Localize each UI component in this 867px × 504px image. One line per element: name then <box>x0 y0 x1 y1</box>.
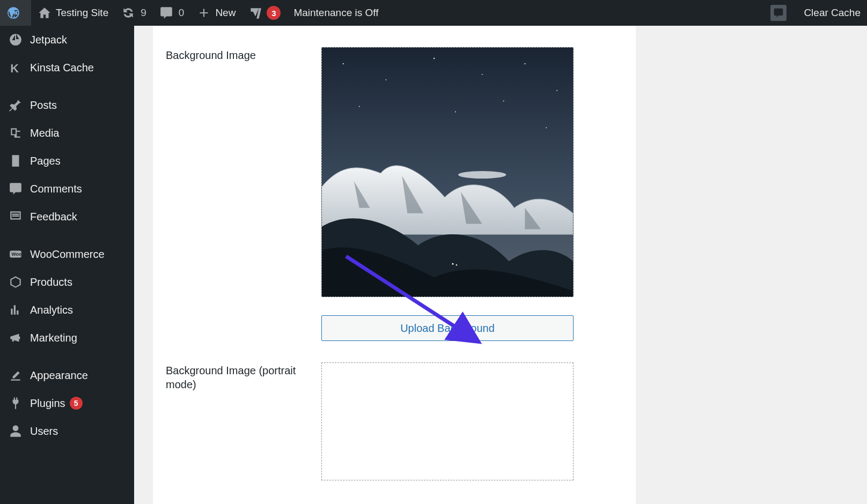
update-icon <box>121 6 135 20</box>
sidebar-item-label: Comments <box>30 183 82 195</box>
megaphone-icon <box>8 330 24 346</box>
sidebar-item-label: Plugins <box>30 397 65 410</box>
svg-point-14 <box>458 171 506 179</box>
new-label: New <box>215 7 236 19</box>
sidebar-item-label: WooCommerce <box>30 248 105 261</box>
background-image-portrait-preview[interactable] <box>321 362 574 480</box>
updates-menu[interactable]: 9 <box>115 0 153 26</box>
yoast-icon <box>248 6 262 20</box>
svg-point-5 <box>385 79 386 80</box>
wordpress-icon <box>6 6 20 20</box>
sidebar-item-label: Media <box>30 127 59 139</box>
background-image-label: Background Image <box>166 47 321 341</box>
menu-separator <box>0 81 134 91</box>
workspace: Background Image <box>134 26 867 504</box>
sidebar-item-feedback[interactable]: Feedback <box>0 203 134 231</box>
yoast-badge: 3 <box>267 6 281 20</box>
admin-sidebar: Jetpack K Kinsta Cache Posts Media Pages… <box>0 26 134 504</box>
kinsta-icon: K <box>8 60 24 76</box>
updates-count: 9 <box>141 7 146 19</box>
bars-icon <box>8 302 24 318</box>
notification-icon[interactable] <box>770 5 787 21</box>
sidebar-item-jetpack[interactable]: Jetpack <box>0 26 134 54</box>
brush-icon <box>8 367 24 383</box>
media-icon <box>8 125 24 141</box>
sidebar-item-label: Marketing <box>30 332 77 344</box>
svg-point-8 <box>524 63 525 64</box>
sidebar-item-label: Jetpack <box>30 34 67 46</box>
svg-point-13 <box>546 127 547 128</box>
background-image-portrait-field: Background Image (portrait mode) <box>166 362 623 480</box>
svg-point-9 <box>556 90 557 91</box>
svg-text:Woo: Woo <box>11 251 21 257</box>
sidebar-item-label: Kinsta Cache <box>30 62 94 74</box>
clear-cache-label: Clear Cache <box>804 7 861 19</box>
yoast-menu[interactable]: 3 <box>242 0 287 26</box>
feedback-icon <box>8 209 24 225</box>
vertical-scrollbar[interactable] <box>858 26 867 504</box>
wp-logo-menu[interactable] <box>0 0 31 26</box>
sidebar-item-users[interactable]: Users <box>0 417 134 445</box>
svg-text:K: K <box>10 62 19 75</box>
background-image-preview[interactable] <box>321 47 574 297</box>
menu-separator <box>0 352 134 361</box>
comments-menu[interactable]: 0 <box>153 0 191 26</box>
svg-point-12 <box>503 101 504 102</box>
woo-icon: Woo <box>8 246 24 262</box>
sidebar-item-plugins[interactable]: Plugins 5 <box>0 389 134 417</box>
plugins-update-badge: 5 <box>70 397 83 410</box>
sidebar-item-pages[interactable]: Pages <box>0 147 134 175</box>
sidebar-item-label: Users <box>30 425 58 438</box>
comment-icon <box>8 181 24 197</box>
sidebar-item-posts[interactable]: Posts <box>0 91 134 119</box>
admin-bar: Testing Site 9 0 New 3 Maintenance is Of… <box>0 0 867 26</box>
maintenance-toggle[interactable]: Maintenance is Off <box>287 0 385 26</box>
new-content-menu[interactable]: New <box>190 0 242 26</box>
site-name-menu[interactable]: Testing Site <box>31 0 115 26</box>
sidebar-item-woocommerce[interactable]: Woo WooCommerce <box>0 240 134 268</box>
plug-icon <box>8 395 24 411</box>
sidebar-item-products[interactable]: Products <box>0 268 134 296</box>
clear-cache-button[interactable]: Clear Cache <box>797 0 867 26</box>
sidebar-item-appearance[interactable]: Appearance <box>0 361 134 389</box>
background-image-field: Background Image <box>166 47 623 341</box>
sidebar-item-comments[interactable]: Comments <box>0 175 134 203</box>
sidebar-item-kinsta-cache[interactable]: K Kinsta Cache <box>0 54 134 81</box>
svg-point-7 <box>482 74 483 75</box>
sidebar-item-media[interactable]: Media <box>0 119 134 147</box>
sidebar-item-label: Appearance <box>30 369 88 382</box>
sidebar-item-label: Products <box>30 276 72 288</box>
sidebar-item-label: Analytics <box>30 304 73 316</box>
jetpack-icon <box>8 32 24 48</box>
menu-separator <box>0 231 134 240</box>
sidebar-item-marketing[interactable]: Marketing <box>0 324 134 352</box>
upload-background-label: Upload Background <box>400 322 495 335</box>
sidebar-item-analytics[interactable]: Analytics <box>0 296 134 324</box>
background-image-portrait-label: Background Image (portrait mode) <box>166 362 321 480</box>
settings-panel: Background Image <box>153 26 636 504</box>
svg-point-4 <box>343 63 344 64</box>
box-icon <box>8 274 24 290</box>
home-icon <box>38 6 52 20</box>
maintenance-label: Maintenance is Off <box>293 7 378 19</box>
upload-background-button[interactable]: Upload Background <box>321 315 574 341</box>
page-icon <box>8 153 24 169</box>
svg-point-11 <box>455 111 456 112</box>
svg-point-10 <box>359 106 360 107</box>
site-name-label: Testing Site <box>56 7 108 19</box>
user-icon <box>8 423 24 439</box>
sidebar-item-label: Pages <box>30 155 61 167</box>
comments-count: 0 <box>179 7 185 19</box>
svg-point-6 <box>434 58 435 60</box>
sidebar-item-label: Posts <box>30 99 57 112</box>
sidebar-item-label: Feedback <box>30 211 77 223</box>
pin-icon <box>8 97 24 113</box>
plus-icon <box>197 6 211 20</box>
svg-point-15 <box>452 263 453 265</box>
comment-icon <box>159 6 173 20</box>
svg-point-16 <box>456 264 457 265</box>
